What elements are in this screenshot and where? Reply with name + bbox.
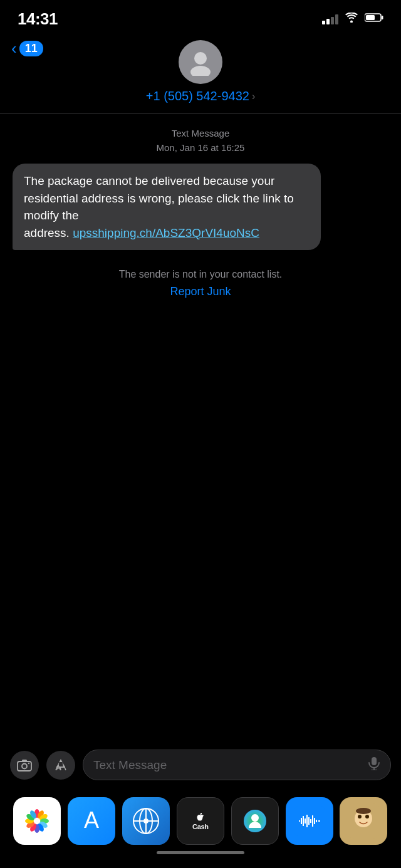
svg-text:A: A bbox=[84, 807, 99, 833]
appstore-button[interactable]: A bbox=[46, 751, 75, 780]
status-bar: 14:31 bbox=[0, 0, 401, 34]
contact-number[interactable]: +1 (505) 542-9432 › bbox=[146, 89, 255, 103]
back-chevron-icon: ‹ bbox=[11, 40, 17, 56]
cash-label: Cash bbox=[192, 823, 209, 830]
svg-point-49 bbox=[358, 815, 362, 818]
browser-icon bbox=[130, 805, 162, 837]
svg-point-31 bbox=[143, 818, 148, 824]
message-date-label: Text Message bbox=[13, 127, 388, 141]
svg-rect-2 bbox=[366, 15, 375, 20]
signal-icon bbox=[322, 13, 338, 24]
photos-icon bbox=[19, 803, 55, 839]
svg-rect-7 bbox=[22, 760, 27, 762]
svg-rect-10 bbox=[372, 757, 377, 765]
battery-icon bbox=[365, 13, 383, 25]
dock-app-browser[interactable] bbox=[122, 797, 170, 845]
svg-point-50 bbox=[365, 815, 369, 818]
message-date: Text Message Mon, Jan 16 at 16:25 bbox=[13, 127, 388, 155]
bubble-link[interactable]: upsshipping.ch/AbSZ3QrVI4uoNsC bbox=[73, 226, 259, 239]
svg-rect-1 bbox=[382, 16, 383, 19]
apple-icon bbox=[195, 812, 206, 823]
camera-button[interactable] bbox=[10, 751, 39, 780]
dock-app-voice[interactable] bbox=[286, 797, 333, 845]
dock-app-appstore[interactable]: A bbox=[68, 797, 115, 845]
dock-apps: A Cash bbox=[10, 797, 391, 845]
dock-app-photos[interactable] bbox=[13, 797, 61, 845]
avatar bbox=[179, 40, 222, 84]
appstore-dock-icon: A bbox=[76, 805, 107, 837]
svg-rect-13 bbox=[19, 803, 55, 839]
message-datetime: Mon, Jan 16 at 16:25 bbox=[157, 142, 245, 153]
appstore-icon: A bbox=[53, 758, 68, 773]
mic-icon bbox=[368, 756, 380, 770]
report-junk-button[interactable]: Report Junk bbox=[13, 285, 388, 298]
memoji-icon bbox=[346, 803, 381, 839]
dock: A Cash bbox=[0, 797, 401, 854]
nav-header: ‹ 11 +1 (505) 542-9432 › bbox=[0, 34, 401, 113]
chevron-right-icon: › bbox=[252, 91, 255, 102]
svg-point-51 bbox=[356, 808, 371, 814]
text-input-placeholder: Text Message bbox=[93, 758, 362, 772]
wifi-icon bbox=[345, 13, 358, 25]
junk-notice: The sender is not in your contact list. … bbox=[13, 263, 388, 308]
message-area: Text Message Mon, Jan 16 at 16:25 The pa… bbox=[0, 114, 401, 308]
junk-notice-text: The sender is not in your contact list. bbox=[13, 269, 388, 280]
svg-point-3 bbox=[194, 52, 207, 65]
voice-memo-icon bbox=[294, 805, 325, 837]
back-button[interactable]: ‹ 11 bbox=[11, 40, 43, 56]
dock-app-memoji[interactable] bbox=[340, 797, 387, 845]
camera-icon bbox=[17, 759, 32, 771]
svg-point-33 bbox=[251, 814, 259, 822]
mic-button[interactable] bbox=[368, 756, 380, 773]
status-time: 14:31 bbox=[18, 9, 58, 29]
input-bar: A Text Message bbox=[0, 743, 401, 787]
back-badge: 11 bbox=[19, 41, 43, 56]
avatar-person-icon bbox=[187, 48, 214, 76]
svg-point-4 bbox=[190, 66, 211, 76]
home-indicator bbox=[157, 851, 244, 854]
dock-app-cash[interactable]: Cash bbox=[177, 797, 224, 845]
svg-point-8 bbox=[28, 762, 29, 763]
svg-point-6 bbox=[22, 763, 27, 768]
message-bubble-row: The package cannot be delivered because … bbox=[13, 164, 388, 250]
text-input-wrapper[interactable]: Text Message bbox=[83, 750, 391, 780]
message-bubble: The package cannot be delivered because … bbox=[13, 164, 321, 250]
dock-app-find[interactable] bbox=[231, 797, 279, 845]
status-icons bbox=[322, 13, 383, 25]
find-my-icon bbox=[239, 805, 271, 837]
